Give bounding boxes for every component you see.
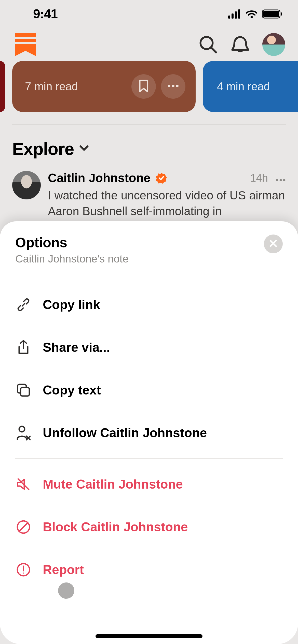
touch-indicator [58, 582, 74, 599]
option-report[interactable]: Report [15, 548, 283, 591]
post-more-button[interactable] [276, 172, 286, 184]
svg-point-18 [283, 179, 286, 181]
featured-cards-row[interactable]: 7 min read 4 min read [0, 61, 298, 112]
post-timestamp: 14h [250, 172, 268, 184]
status-indicators [228, 9, 283, 19]
close-button[interactable] [264, 235, 283, 253]
option-label: Report [43, 562, 84, 577]
featured-card-2[interactable]: 4 min read [203, 61, 298, 112]
card-sliver-left[interactable] [0, 61, 5, 112]
option-label: Block Caitlin Johnstone [43, 520, 188, 534]
close-icon [269, 239, 278, 249]
feed-post[interactable]: Caitlin Johnstone 14h I watched the unce… [0, 169, 298, 219]
copy-icon [15, 383, 32, 398]
featured-card-1[interactable]: 7 min read [12, 61, 196, 112]
svg-rect-9 [15, 39, 36, 42]
svg-rect-7 [281, 12, 282, 16]
option-share-via[interactable]: Share via... [15, 326, 283, 369]
svg-rect-1 [232, 13, 234, 19]
svg-rect-20 [21, 387, 29, 396]
svg-point-21 [19, 426, 25, 432]
status-bar: 9:41 [0, 0, 298, 28]
home-indicator [96, 634, 202, 638]
sheet-subtitle: Caitlin Johnstone's note [15, 253, 129, 265]
report-icon [15, 562, 32, 577]
option-label: Share via... [43, 340, 110, 355]
option-unfollow[interactable]: Unfollow Caitlin Johnstone [15, 412, 283, 454]
substack-logo-icon[interactable] [15, 33, 36, 56]
verified-badge-icon [156, 172, 167, 184]
svg-line-24 [19, 523, 28, 531]
option-copy-link[interactable]: Copy link [15, 283, 283, 326]
option-mute[interactable]: Mute Caitlin Johnstone [15, 463, 283, 506]
svg-point-27 [23, 573, 24, 574]
wifi-icon [246, 9, 258, 19]
card-read-time: 7 min read [25, 80, 78, 93]
explore-title: Explore [12, 139, 74, 159]
svg-point-13 [172, 85, 174, 87]
post-body: I watched the uncensored video of US air… [48, 187, 286, 219]
mute-icon [15, 477, 32, 492]
svg-point-16 [276, 179, 278, 181]
activity-icon[interactable] [230, 35, 250, 54]
svg-point-12 [168, 85, 170, 87]
bookmark-icon [139, 80, 149, 93]
more-icon [167, 84, 179, 89]
option-block[interactable]: Block Caitlin Johnstone [15, 506, 283, 548]
option-label: Copy link [43, 297, 100, 312]
options-sheet: Options Caitlin Johnstone's note Copy li… [0, 221, 298, 644]
link-icon [15, 297, 32, 312]
svg-rect-8 [15, 33, 36, 37]
option-copy-text[interactable]: Copy text [15, 369, 283, 412]
unfollow-icon [15, 425, 32, 441]
share-icon [15, 340, 32, 355]
app-header [0, 28, 298, 61]
svg-rect-2 [235, 11, 237, 19]
svg-point-4 [251, 16, 253, 18]
svg-rect-0 [228, 16, 230, 19]
explore-heading[interactable]: Explore [0, 125, 298, 169]
sheet-divider [15, 458, 283, 459]
search-icon[interactable] [198, 35, 218, 54]
card-read-time: 4 min read [217, 80, 270, 93]
sheet-title: Options [15, 235, 129, 250]
chevron-down-icon [79, 145, 89, 153]
bookmark-button[interactable] [131, 74, 156, 99]
post-author[interactable]: Caitlin Johnstone [48, 171, 151, 185]
svg-line-11 [211, 48, 216, 52]
block-icon [15, 520, 32, 534]
svg-point-17 [280, 179, 282, 181]
option-label: Mute Caitlin Johnstone [43, 477, 183, 492]
status-time: 9:41 [33, 7, 58, 21]
option-label: Copy text [43, 383, 101, 398]
battery-icon [262, 9, 283, 19]
svg-rect-6 [263, 11, 279, 17]
cellular-icon [228, 9, 241, 19]
option-label: Unfollow Caitlin Johnstone [43, 426, 207, 440]
svg-rect-3 [238, 9, 240, 19]
card-more-button[interactable] [161, 74, 185, 99]
svg-point-14 [176, 85, 179, 87]
profile-avatar[interactable] [262, 33, 285, 56]
post-avatar[interactable] [12, 171, 41, 199]
